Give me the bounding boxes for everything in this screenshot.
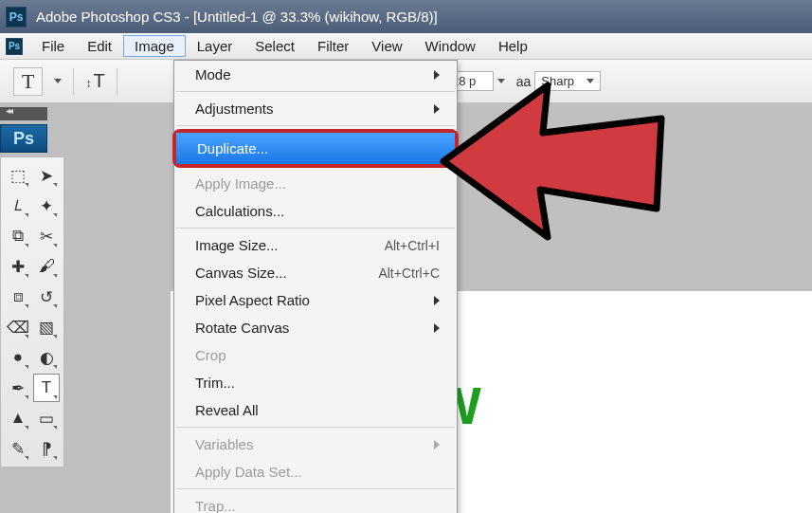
menu-select[interactable]: Select	[244, 35, 306, 57]
magic-wand-tool[interactable]: ✦	[33, 192, 60, 220]
separator	[73, 68, 74, 95]
menu-item-label: Apply Data Set...	[195, 464, 302, 480]
menu-item-duplicate[interactable]: Duplicate...	[176, 133, 455, 164]
lasso-tool[interactable]: 𝘓	[5, 192, 31, 220]
flyout-indicator-icon	[25, 456, 28, 460]
toolbox: ⬚➤𝘓✦⧉✂✚🖌⧈↺⌫▧●◐✒T▲▭✎⁋	[0, 156, 64, 467]
dodge-tool[interactable]: ◐	[33, 343, 60, 372]
titlebar: Ps Adobe Photoshop CS3 - [Untitled-1 @ 3…	[0, 0, 812, 33]
menu-item-shortcut: Alt+Ctrl+C	[378, 266, 440, 281]
ps-palette-header[interactable]: Ps	[0, 124, 47, 153]
menu-view[interactable]: View	[360, 35, 413, 57]
antialias-caret-icon	[586, 79, 594, 83]
menu-item-label: Canvas Size...	[195, 265, 287, 281]
separator	[117, 68, 117, 95]
menu-file[interactable]: File	[30, 35, 76, 57]
gradient-tool[interactable]: ▧	[33, 313, 60, 341]
blur-tool[interactable]: ●	[5, 343, 31, 372]
text-orientation-button[interactable]: ↕ T	[85, 70, 104, 92]
eraser-tool[interactable]: ⌫	[5, 313, 31, 341]
flyout-indicator-icon	[25, 335, 28, 339]
menu-separator	[176, 125, 455, 126]
menu-layer[interactable]: Layer	[186, 35, 244, 57]
menu-item-label: Rotate Canvas	[195, 320, 289, 336]
flyout-indicator-icon	[53, 183, 57, 187]
menu-item-canvas-size[interactable]: Canvas Size...Alt+Ctrl+C	[174, 259, 457, 286]
menu-image[interactable]: Image	[123, 35, 186, 57]
palette-collapse-icon[interactable]	[0, 107, 47, 120]
flyout-indicator-icon	[25, 183, 28, 187]
app-small-icon: Ps	[6, 38, 23, 55]
eyedropper-tool[interactable]: ⁋	[33, 434, 60, 463]
submenu-arrow-icon	[434, 320, 440, 336]
menu-item-pixel-aspect-ratio[interactable]: Pixel Aspect Ratio	[174, 286, 457, 314]
menu-item-apply-data-set: Apply Data Set...	[174, 458, 457, 486]
submenu-arrow-icon	[434, 66, 440, 82]
antialias-icon: aa	[516, 74, 532, 89]
menu-item-label: Calculations...	[195, 203, 284, 219]
menu-item-label: Crop	[195, 347, 226, 363]
menu-separator	[176, 488, 455, 489]
menu-item-label: Variables	[195, 436, 253, 452]
menu-item-adjustments[interactable]: Adjustments	[174, 95, 457, 122]
menu-item-label: Trap...	[195, 498, 236, 513]
path-selection-tool[interactable]: ▲	[5, 404, 31, 432]
marquee-tool[interactable]: ⬚	[5, 161, 31, 190]
shape-tool[interactable]: ▭	[33, 404, 60, 432]
flyout-indicator-icon	[25, 426, 28, 430]
menu-item-mode[interactable]: Mode	[174, 61, 457, 88]
flyout-indicator-icon	[25, 395, 28, 399]
menu-item-label: Trim...	[195, 375, 235, 391]
menu-separator	[176, 427, 455, 428]
move-tool[interactable]: ➤	[33, 161, 60, 190]
menu-item-label: Image Size...	[195, 237, 279, 253]
type-tool[interactable]: T	[33, 374, 60, 402]
menu-item-calculations[interactable]: Calculations...	[174, 197, 457, 225]
flyout-indicator-icon	[25, 304, 28, 308]
submenu-arrow-icon	[434, 436, 440, 452]
tool-preset-icon[interactable]: T	[13, 67, 43, 96]
menu-item-label: Reveal All	[195, 402, 259, 418]
menu-item-rotate-canvas[interactable]: Rotate Canvas	[174, 314, 457, 341]
submenu-arrow-icon	[434, 292, 440, 308]
flyout-indicator-icon	[53, 426, 57, 430]
menu-window[interactable]: Window	[414, 35, 487, 57]
flyout-indicator-icon	[53, 304, 57, 308]
brush-tool[interactable]: 🖌	[33, 252, 60, 281]
tool-preset-caret-icon[interactable]	[54, 79, 62, 83]
flyout-indicator-icon	[53, 213, 57, 217]
app-icon: Ps	[6, 7, 27, 27]
flyout-indicator-icon	[53, 456, 57, 460]
menu-item-variables: Variables	[174, 431, 457, 458]
flyout-indicator-icon	[53, 395, 57, 399]
menu-filter[interactable]: Filter	[306, 35, 360, 57]
menu-item-apply-image: Apply Image...	[174, 170, 457, 197]
crop-tool[interactable]: ⧉	[5, 222, 31, 250]
font-size-caret-icon[interactable]	[497, 79, 505, 83]
notes-tool[interactable]: ✎	[5, 434, 31, 463]
annotation-highlight-box: Duplicate...	[172, 129, 459, 168]
menu-item-reveal-all[interactable]: Reveal All	[174, 396, 457, 424]
flyout-indicator-icon	[25, 274, 28, 278]
history-brush-tool[interactable]: ↺	[33, 283, 60, 311]
menu-item-label: Duplicate...	[197, 140, 268, 156]
slice-tool[interactable]: ✂	[33, 222, 60, 250]
menubar: Ps File Edit Image Layer Select Filter V…	[0, 33, 812, 60]
menu-item-image-size[interactable]: Image Size...Alt+Ctrl+I	[174, 231, 457, 259]
menu-separator	[176, 91, 455, 92]
antialias-field[interactable]: Sharp	[534, 71, 601, 91]
pen-tool[interactable]: ✒	[5, 374, 31, 402]
menu-item-trap: Trap...	[174, 492, 457, 513]
menu-item-label: Adjustments	[195, 101, 274, 117]
healing-brush-tool[interactable]: ✚	[5, 252, 31, 281]
flyout-indicator-icon	[53, 335, 57, 339]
menu-item-trim[interactable]: Trim...	[174, 369, 457, 396]
clone-stamp-tool[interactable]: ⧈	[5, 283, 31, 311]
flyout-indicator-icon	[25, 244, 28, 247]
menu-item-label: Mode	[195, 66, 231, 82]
menu-help[interactable]: Help	[487, 35, 539, 57]
menu-edit[interactable]: Edit	[76, 35, 123, 57]
window-title: Adobe Photoshop CS3 - [Untitled-1 @ 33.3…	[36, 9, 438, 25]
image-menu-dropdown: ModeAdjustmentsDuplicate...Apply Image..…	[173, 60, 458, 513]
flyout-indicator-icon	[53, 274, 57, 278]
